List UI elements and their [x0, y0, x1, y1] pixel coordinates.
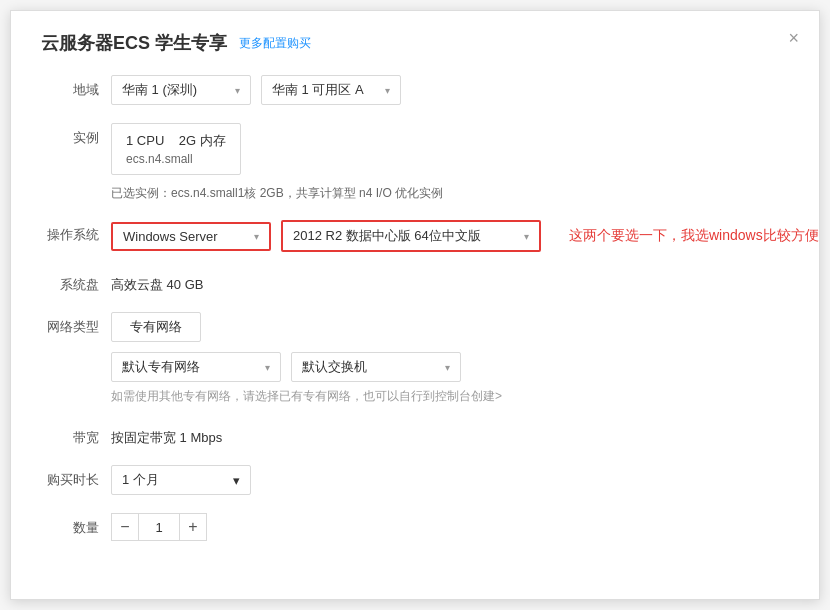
quantity-label: 数量 [41, 513, 111, 537]
default-switch-select[interactable]: 默认交换机 ▾ [291, 352, 461, 382]
duration-chevron: ▾ [233, 473, 240, 488]
dialog-header: 云服务器ECS 学生专享 更多配置购买 × [41, 31, 789, 55]
quantity-decrement-button[interactable]: − [111, 513, 139, 541]
region-select-group: 华南 1 (深圳) ▾ 华南 1 可用区 A ▾ [111, 75, 789, 105]
instance-memory: 2G 内存 [179, 133, 226, 148]
duration-select[interactable]: 1 个月 ▾ [111, 465, 251, 495]
network-selects: 默认专有网络 ▾ 默认交换机 ▾ [111, 352, 789, 382]
instance-description: 已选实例：ecs.n4.small1核 2GB，共享计算型 n4 I/O 优化实… [111, 185, 789, 202]
availability-chevron: ▾ [385, 85, 390, 96]
close-button[interactable]: × [788, 29, 799, 47]
instance-label: 实例 [41, 123, 111, 147]
default-network-select[interactable]: 默认专有网络 ▾ [111, 352, 281, 382]
network-type-button[interactable]: 专有网络 [111, 312, 201, 342]
bandwidth-row: 带宽 按固定带宽 1 Mbps [41, 423, 789, 447]
network-label: 网络类型 [41, 312, 111, 336]
region-label: 地域 [41, 75, 111, 99]
disk-row: 系统盘 高效云盘 40 GB [41, 270, 789, 294]
instance-content: 1 CPU 2G 内存 ecs.n4.small 已选实例：ecs.n4.sma… [111, 123, 789, 202]
network-hint: 如需使用其他专有网络，请选择已有专有网络，也可以自行到控制台创建> [111, 388, 789, 405]
quantity-value: 1 [139, 513, 179, 541]
bandwidth-value: 按固定带宽 1 Mbps [111, 423, 789, 447]
default-switch-chevron: ▾ [445, 362, 450, 373]
region-content: 华南 1 (深圳) ▾ 华南 1 可用区 A ▾ [111, 75, 789, 105]
bandwidth-label: 带宽 [41, 423, 111, 447]
quantity-increment-button[interactable]: + [179, 513, 207, 541]
instance-specs: 1 CPU 2G 内存 [126, 132, 226, 150]
zone-chevron: ▾ [235, 85, 240, 96]
duration-value: 1 个月 [122, 471, 159, 489]
quantity-control: − 1 + [111, 513, 789, 541]
availability-select[interactable]: 华南 1 可用区 A ▾ [261, 75, 401, 105]
duration-row: 购买时长 1 个月 ▾ [41, 465, 789, 495]
duration-label: 购买时长 [41, 465, 111, 489]
os-label: 操作系统 [41, 220, 111, 244]
default-network-chevron: ▾ [265, 362, 270, 373]
quantity-content: − 1 + [111, 513, 789, 541]
instance-selector[interactable]: 1 CPU 2G 内存 ecs.n4.small [111, 123, 241, 175]
dialog: 云服务器ECS 学生专享 更多配置购买 × 地域 华南 1 (深圳) ▾ 华南 … [10, 10, 820, 600]
network-row: 网络类型 专有网络 默认专有网络 ▾ 默认交换机 ▾ 如需使用其他专有网络，请选… [41, 312, 789, 405]
instance-type: ecs.n4.small [126, 152, 226, 166]
os-version-value: 2012 R2 数据中心版 64位中文版 [293, 227, 481, 245]
zone-value: 华南 1 (深圳) [122, 81, 197, 99]
os-row: 操作系统 Windows Server ▾ 2012 R2 数据中心版 64位中… [41, 220, 789, 252]
os-type-chevron: ▾ [254, 231, 259, 242]
os-content: Windows Server ▾ 2012 R2 数据中心版 64位中文版 ▾ … [111, 220, 819, 252]
region-row: 地域 华南 1 (深圳) ▾ 华南 1 可用区 A ▾ [41, 75, 789, 105]
dialog-title: 云服务器ECS 学生专享 [41, 31, 227, 55]
bandwidth-content: 按固定带宽 1 Mbps [111, 423, 789, 447]
os-annotation: 这两个要选一下，我选windows比较方便 [569, 227, 819, 245]
default-network-value: 默认专有网络 [122, 358, 200, 376]
instance-row: 实例 1 CPU 2G 内存 ecs.n4.small 已选实例：ecs.n4.… [41, 123, 789, 202]
os-type-value: Windows Server [123, 229, 218, 244]
more-config-link[interactable]: 更多配置购买 [239, 35, 311, 52]
disk-value: 高效云盘 40 GB [111, 270, 789, 294]
duration-content: 1 个月 ▾ [111, 465, 789, 495]
instance-cpu: 1 CPU [126, 133, 164, 148]
disk-label: 系统盘 [41, 270, 111, 294]
quantity-row: 数量 − 1 + [41, 513, 789, 541]
os-version-select[interactable]: 2012 R2 数据中心版 64位中文版 ▾ [281, 220, 541, 252]
zone-select[interactable]: 华南 1 (深圳) ▾ [111, 75, 251, 105]
network-content: 专有网络 默认专有网络 ▾ 默认交换机 ▾ 如需使用其他专有网络，请选择已有专有… [111, 312, 789, 405]
os-select-group: Windows Server ▾ 2012 R2 数据中心版 64位中文版 ▾ … [111, 220, 819, 252]
disk-content: 高效云盘 40 GB [111, 270, 789, 294]
availability-value: 华南 1 可用区 A [272, 81, 364, 99]
os-version-chevron: ▾ [524, 231, 529, 242]
default-switch-value: 默认交换机 [302, 358, 367, 376]
os-type-select[interactable]: Windows Server ▾ [111, 222, 271, 251]
